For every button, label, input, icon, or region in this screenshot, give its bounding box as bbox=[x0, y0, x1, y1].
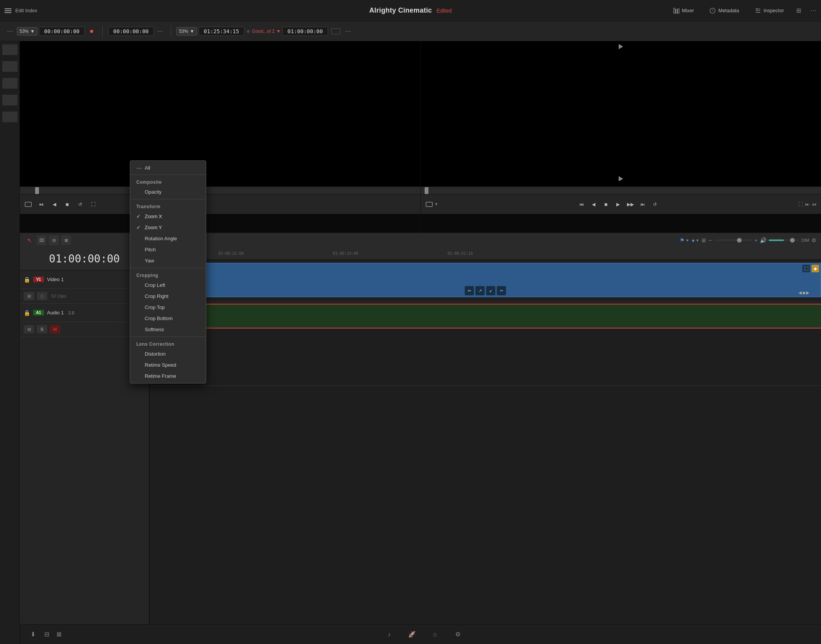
menu-item-crop-left[interactable]: Crop Left bbox=[130, 280, 206, 291]
menu-item-all[interactable]: — All bbox=[130, 162, 206, 173]
clip-action-1[interactable]: ✏ bbox=[465, 286, 474, 295]
menu-item-zoom-y[interactable]: ✓ Zoom Y bbox=[130, 222, 206, 233]
skip-end-btn-right[interactable]: ⏭ bbox=[637, 199, 648, 210]
bottom-import-icon[interactable]: ⬇ bbox=[27, 629, 38, 640]
trim-tool[interactable]: ⌧ bbox=[37, 235, 47, 245]
rocket-icon[interactable]: 🚀 bbox=[407, 629, 417, 640]
timecode-left[interactable]: 00:00:00:00 bbox=[39, 27, 85, 36]
audio-clip[interactable] bbox=[150, 304, 821, 328]
color-tool[interactable]: ● ▼ bbox=[692, 237, 699, 243]
zoom-out-timeline[interactable]: − bbox=[708, 237, 711, 243]
zoom-select-right[interactable]: 53% ▼ bbox=[176, 27, 197, 36]
svg-marker-12 bbox=[619, 176, 623, 181]
menu-item-pitch[interactable]: Pitch bbox=[130, 244, 206, 255]
track-v1-count: 53 Clips bbox=[50, 294, 66, 298]
audio-icon[interactable]: 🔊 bbox=[760, 237, 766, 243]
full-screen-left[interactable]: ⛶ bbox=[88, 199, 99, 210]
expand-icon[interactable]: ⊞ bbox=[796, 7, 801, 14]
scrubber-handle-left[interactable] bbox=[35, 187, 39, 194]
metadata-nav[interactable]: Metadata bbox=[706, 6, 742, 16]
prev-frame-btn-left[interactable]: ◀ bbox=[49, 199, 60, 210]
video-clip[interactable]: ⛶ ◆ ✏ ↗ ↙ ✂ ◀ ◆ ▶ bbox=[150, 263, 821, 297]
scrubber-handle-right[interactable] bbox=[425, 187, 428, 194]
toolbar-dots-left[interactable]: ⋯ bbox=[5, 26, 15, 36]
loop-btn[interactable]: ↺ bbox=[75, 199, 86, 210]
sidebar-thumb-4[interactable] bbox=[2, 95, 18, 105]
full-screen-right[interactable]: ⛶ bbox=[798, 202, 803, 207]
audio-slider[interactable] bbox=[769, 239, 799, 241]
home-icon[interactable]: ⌂ bbox=[430, 629, 440, 640]
clip-nav-prev[interactable]: ◀ bbox=[798, 290, 802, 295]
monitor-icon-left[interactable] bbox=[24, 201, 32, 207]
loop-btn-right[interactable]: ↺ bbox=[650, 199, 660, 210]
grid-tool[interactable]: ⊞ bbox=[701, 237, 706, 243]
bottom-tab-2[interactable]: ⊠ bbox=[53, 629, 64, 640]
cursor-tool[interactable]: ↖ bbox=[24, 235, 34, 245]
track-v1-lock[interactable]: 🔒 bbox=[24, 277, 30, 283]
menu-item-crop-bottom[interactable]: Crop Bottom bbox=[130, 313, 206, 324]
mixer-nav[interactable]: Mixer bbox=[670, 6, 697, 16]
edit-index-label[interactable]: Edit Index bbox=[15, 8, 37, 13]
play-btn-right[interactable]: ▶ bbox=[613, 199, 624, 210]
clip-icon-2[interactable]: ◆ bbox=[811, 265, 819, 272]
track-a1-auto[interactable]: ⊟ bbox=[24, 325, 34, 333]
music-icon[interactable]: ♪ bbox=[384, 629, 394, 640]
menu-item-retime-frame[interactable]: Retime Frame bbox=[130, 371, 206, 382]
timecode-center[interactable]: 00:00:00:00 bbox=[108, 27, 154, 36]
inspector-nav[interactable]: Inspector bbox=[752, 6, 787, 16]
settings-icon[interactable]: ⚙ bbox=[453, 629, 463, 640]
toolbar-dots-right[interactable]: ⋯ bbox=[343, 26, 353, 36]
zoom-select-left[interactable]: 53% ▼ bbox=[17, 27, 37, 36]
menu-item-opacity[interactable]: Opacity bbox=[130, 186, 206, 197]
zoom-slider[interactable] bbox=[714, 239, 752, 241]
skip-end-marker[interactable]: ⏭ bbox=[805, 202, 810, 207]
prev-frame-btn-right[interactable]: ◀ bbox=[588, 199, 599, 210]
aspect-ratio-btn[interactable] bbox=[331, 28, 340, 34]
scrubber-right[interactable] bbox=[421, 186, 821, 194]
slip-tool[interactable]: ⊠ bbox=[61, 235, 71, 245]
menu-item-crop-right[interactable]: Crop Right bbox=[130, 291, 206, 302]
skip-start-btn-left[interactable]: ⏮ bbox=[36, 199, 47, 210]
skip-start-marker[interactable]: ⏮ bbox=[812, 202, 816, 207]
timecode-right-in[interactable]: 01:25:34:15 bbox=[199, 27, 244, 36]
settings-icon-timeline[interactable]: ⚙ bbox=[811, 237, 816, 243]
menu-item-zoom-x[interactable]: ✓ Zoom X bbox=[130, 211, 206, 222]
zoom-in-timeline[interactable]: + bbox=[755, 237, 758, 243]
scrubber-left[interactable] bbox=[20, 186, 420, 194]
menu-item-rotation-angle[interactable]: Rotation Angle bbox=[130, 233, 206, 244]
track-a1-m[interactable]: M bbox=[50, 325, 60, 333]
track-a1-lock[interactable]: 🔒 bbox=[24, 310, 30, 316]
menu-item-yaw[interactable]: Yaw bbox=[130, 255, 206, 266]
clip-nav-diamond[interactable]: ◆ bbox=[802, 290, 805, 295]
clip-action-4[interactable]: ✂ bbox=[497, 286, 506, 295]
clip-action-3[interactable]: ↙ bbox=[486, 286, 495, 295]
toolbar-dots-center[interactable]: ⋯ bbox=[155, 26, 165, 36]
next-frame-btn-right[interactable]: ▶▶ bbox=[625, 199, 636, 210]
menu-item-softness[interactable]: Softness bbox=[130, 324, 206, 335]
menu-item-distortion[interactable]: Distortion bbox=[130, 348, 206, 359]
skip-start-btn-right[interactable]: ⏮ bbox=[576, 199, 587, 210]
menu-item-retime-speed[interactable]: Retime Speed bbox=[130, 359, 206, 371]
sidebar-thumb-1[interactable] bbox=[2, 44, 18, 55]
timecode-right-out[interactable]: 01:00:00:00 bbox=[282, 27, 328, 36]
hamburger-menu[interactable] bbox=[5, 8, 11, 13]
track-v1-monitor[interactable]: □ bbox=[37, 292, 47, 300]
menu-item-crop-top[interactable]: Crop Top bbox=[130, 302, 206, 313]
sidebar-thumb-5[interactable] bbox=[2, 112, 18, 122]
clip-icon-1[interactable]: ⛶ bbox=[802, 265, 810, 272]
svg-rect-0 bbox=[674, 8, 675, 13]
overflow-btn[interactable]: ⋯ bbox=[810, 7, 816, 14]
chevron-down-right[interactable]: ▼ bbox=[435, 202, 438, 206]
sidebar-thumb-2[interactable] bbox=[2, 61, 18, 72]
stop-btn-left[interactable]: ■ bbox=[62, 199, 73, 210]
flag-tool[interactable]: ⚑ ▼ bbox=[680, 237, 689, 243]
clip-action-2[interactable]: ↗ bbox=[475, 286, 485, 295]
bottom-tab-1[interactable]: ⊟ bbox=[41, 629, 52, 640]
clip-nav-next[interactable]: ▶ bbox=[806, 290, 809, 295]
razor-tool[interactable]: ⊟ bbox=[49, 235, 59, 245]
monitor-icon-right[interactable] bbox=[425, 201, 433, 207]
track-a1-s[interactable]: S bbox=[37, 325, 47, 333]
track-v1-auto[interactable]: ⊟ bbox=[24, 292, 34, 300]
stop-btn-right[interactable]: ■ bbox=[601, 199, 611, 210]
sidebar-thumb-3[interactable] bbox=[2, 78, 18, 89]
